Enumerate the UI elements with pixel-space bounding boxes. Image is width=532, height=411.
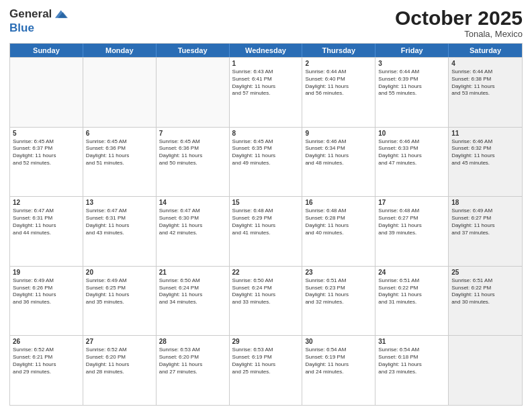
day-number: 26 [13, 338, 80, 345]
logo-general: General [9, 7, 52, 21]
day-info: Sunrise: 6:51 AM Sunset: 6:23 PM Dayligh… [305, 277, 372, 306]
month-title: October 2025 [395, 7, 523, 29]
day-number: 14 [159, 199, 226, 206]
calendar-row-1: 5Sunrise: 6:45 AM Sunset: 6:37 PM Daylig… [10, 127, 522, 197]
day-info: Sunrise: 6:44 AM Sunset: 6:40 PM Dayligh… [305, 68, 372, 97]
day-info: Sunrise: 6:51 AM Sunset: 6:22 PM Dayligh… [378, 277, 445, 306]
day-number: 22 [232, 269, 300, 276]
calendar-cell-1-5: 10Sunrise: 6:46 AM Sunset: 6:33 PM Dayli… [375, 128, 449, 197]
day-number: 31 [378, 338, 445, 345]
calendar-cell-1-6: 11Sunrise: 6:46 AM Sunset: 6:32 PM Dayli… [449, 128, 522, 197]
day-number: 8 [232, 130, 300, 137]
logo-icon [53, 7, 68, 21]
calendar-cell-2-3: 15Sunrise: 6:48 AM Sunset: 6:29 PM Dayli… [230, 197, 303, 266]
header-day-sunday: Sunday [10, 44, 83, 57]
day-number: 24 [378, 269, 445, 276]
calendar-cell-3-0: 19Sunrise: 6:49 AM Sunset: 6:26 PM Dayli… [10, 267, 83, 336]
day-number: 29 [232, 338, 300, 345]
day-info: Sunrise: 6:48 AM Sunset: 6:29 PM Dayligh… [232, 208, 300, 236]
calendar-body: 1Sunrise: 6:43 AM Sunset: 6:41 PM Daylig… [10, 57, 522, 405]
day-number: 23 [305, 269, 372, 276]
calendar-cell-2-6: 18Sunrise: 6:49 AM Sunset: 6:27 PM Dayli… [449, 197, 522, 266]
calendar-cell-3-1: 20Sunrise: 6:49 AM Sunset: 6:25 PM Dayli… [83, 267, 157, 336]
day-info: Sunrise: 6:43 AM Sunset: 6:41 PM Dayligh… [232, 68, 300, 97]
calendar-cell-1-0: 5Sunrise: 6:45 AM Sunset: 6:37 PM Daylig… [10, 128, 83, 197]
calendar-cell-0-3: 1Sunrise: 6:43 AM Sunset: 6:41 PM Daylig… [230, 58, 303, 127]
header: General Blue October 2025 Tonala, Mexico [9, 7, 523, 39]
day-number: 21 [159, 269, 226, 276]
day-info: Sunrise: 6:52 AM Sunset: 6:20 PM Dayligh… [86, 347, 153, 375]
calendar-cell-4-3: 29Sunrise: 6:53 AM Sunset: 6:19 PM Dayli… [230, 336, 303, 405]
day-number: 25 [451, 269, 519, 276]
day-number: 4 [451, 60, 519, 67]
day-number: 1 [232, 60, 300, 67]
calendar-row-4: 26Sunrise: 6:52 AM Sunset: 6:21 PM Dayli… [10, 335, 522, 405]
calendar-cell-2-0: 12Sunrise: 6:47 AM Sunset: 6:31 PM Dayli… [10, 197, 83, 266]
day-number: 13 [86, 199, 153, 206]
day-info: Sunrise: 6:54 AM Sunset: 6:19 PM Dayligh… [305, 347, 372, 375]
calendar-cell-4-6 [449, 336, 522, 405]
calendar-cell-0-0 [10, 58, 83, 127]
day-info: Sunrise: 6:45 AM Sunset: 6:36 PM Dayligh… [159, 138, 226, 167]
calendar-cell-3-6: 25Sunrise: 6:51 AM Sunset: 6:22 PM Dayli… [449, 267, 522, 336]
day-info: Sunrise: 6:46 AM Sunset: 6:33 PM Dayligh… [378, 138, 445, 167]
calendar-cell-3-3: 22Sunrise: 6:50 AM Sunset: 6:24 PM Dayli… [230, 267, 303, 336]
day-info: Sunrise: 6:52 AM Sunset: 6:21 PM Dayligh… [13, 347, 80, 375]
calendar-row-3: 19Sunrise: 6:49 AM Sunset: 6:26 PM Dayli… [10, 266, 522, 336]
day-info: Sunrise: 6:47 AM Sunset: 6:31 PM Dayligh… [86, 208, 153, 236]
day-number: 15 [232, 199, 300, 206]
calendar-cell-2-2: 14Sunrise: 6:47 AM Sunset: 6:30 PM Dayli… [157, 197, 230, 266]
location: Tonala, Mexico [395, 29, 523, 39]
calendar-cell-4-0: 26Sunrise: 6:52 AM Sunset: 6:21 PM Dayli… [10, 336, 83, 405]
day-info: Sunrise: 6:44 AM Sunset: 6:39 PM Dayligh… [378, 68, 445, 97]
calendar-row-0: 1Sunrise: 6:43 AM Sunset: 6:41 PM Daylig… [10, 57, 522, 127]
calendar-cell-1-4: 9Sunrise: 6:46 AM Sunset: 6:34 PM Daylig… [302, 128, 375, 197]
calendar-cell-1-2: 7Sunrise: 6:45 AM Sunset: 6:36 PM Daylig… [157, 128, 230, 197]
calendar: SundayMondayTuesdayWednesdayThursdayFrid… [9, 43, 523, 406]
day-number: 5 [13, 130, 80, 137]
day-info: Sunrise: 6:45 AM Sunset: 6:37 PM Dayligh… [13, 138, 80, 167]
calendar-cell-2-5: 17Sunrise: 6:48 AM Sunset: 6:27 PM Dayli… [375, 197, 449, 266]
header-day-monday: Monday [83, 44, 157, 57]
day-info: Sunrise: 6:54 AM Sunset: 6:18 PM Dayligh… [378, 347, 445, 375]
header-day-friday: Friday [375, 44, 449, 57]
calendar-cell-3-4: 23Sunrise: 6:51 AM Sunset: 6:23 PM Dayli… [302, 267, 375, 336]
day-info: Sunrise: 6:46 AM Sunset: 6:34 PM Dayligh… [305, 138, 372, 167]
day-info: Sunrise: 6:45 AM Sunset: 6:36 PM Dayligh… [86, 138, 153, 167]
calendar-cell-4-2: 28Sunrise: 6:53 AM Sunset: 6:20 PM Dayli… [157, 336, 230, 405]
day-info: Sunrise: 6:53 AM Sunset: 6:19 PM Dayligh… [232, 347, 300, 375]
day-info: Sunrise: 6:50 AM Sunset: 6:24 PM Dayligh… [232, 277, 300, 306]
day-number: 28 [159, 338, 226, 345]
calendar-cell-3-5: 24Sunrise: 6:51 AM Sunset: 6:22 PM Dayli… [375, 267, 449, 336]
day-number: 10 [378, 130, 445, 137]
day-number: 18 [451, 199, 519, 206]
logo: General Blue [9, 7, 68, 35]
calendar-row-2: 12Sunrise: 6:47 AM Sunset: 6:31 PM Dayli… [10, 196, 522, 266]
day-info: Sunrise: 6:50 AM Sunset: 6:24 PM Dayligh… [159, 277, 226, 306]
header-day-saturday: Saturday [449, 44, 522, 57]
calendar-cell-1-1: 6Sunrise: 6:45 AM Sunset: 6:36 PM Daylig… [83, 128, 157, 197]
calendar-header: SundayMondayTuesdayWednesdayThursdayFrid… [10, 44, 522, 57]
day-number: 17 [378, 199, 445, 206]
day-info: Sunrise: 6:46 AM Sunset: 6:32 PM Dayligh… [451, 138, 519, 167]
day-number: 30 [305, 338, 372, 345]
calendar-container: General Blue October 2025 Tonala, Mexico… [0, 0, 532, 411]
calendar-cell-0-6: 4Sunrise: 6:44 AM Sunset: 6:38 PM Daylig… [449, 58, 522, 127]
calendar-cell-0-2 [157, 58, 230, 127]
day-info: Sunrise: 6:49 AM Sunset: 6:25 PM Dayligh… [86, 277, 153, 306]
day-number: 9 [305, 130, 372, 137]
calendar-cell-0-4: 2Sunrise: 6:44 AM Sunset: 6:40 PM Daylig… [302, 58, 375, 127]
calendar-cell-4-5: 31Sunrise: 6:54 AM Sunset: 6:18 PM Dayli… [375, 336, 449, 405]
calendar-cell-0-1 [83, 58, 157, 127]
day-number: 12 [13, 199, 80, 206]
day-number: 7 [159, 130, 226, 137]
calendar-cell-1-3: 8Sunrise: 6:45 AM Sunset: 6:35 PM Daylig… [230, 128, 303, 197]
calendar-cell-4-4: 30Sunrise: 6:54 AM Sunset: 6:19 PM Dayli… [302, 336, 375, 405]
day-number: 19 [13, 269, 80, 276]
day-info: Sunrise: 6:51 AM Sunset: 6:22 PM Dayligh… [451, 277, 519, 306]
day-info: Sunrise: 6:47 AM Sunset: 6:31 PM Dayligh… [13, 208, 80, 236]
day-number: 3 [378, 60, 445, 67]
day-info: Sunrise: 6:49 AM Sunset: 6:27 PM Dayligh… [451, 208, 519, 236]
day-info: Sunrise: 6:44 AM Sunset: 6:38 PM Dayligh… [451, 68, 519, 97]
calendar-cell-2-1: 13Sunrise: 6:47 AM Sunset: 6:31 PM Dayli… [83, 197, 157, 266]
